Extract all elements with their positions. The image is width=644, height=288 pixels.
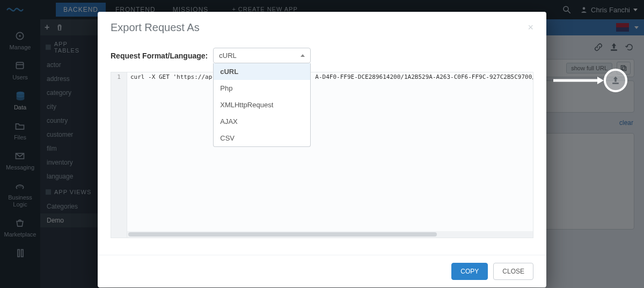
format-dropdown: cURL Php XMLHttpRequest AJAX CSV [213, 63, 311, 147]
modal-title: Export Request As [111, 21, 200, 34]
copy-button[interactable]: COPY [451, 263, 488, 280]
format-select[interactable]: cURL [213, 48, 311, 63]
close-icon[interactable]: × [528, 22, 533, 33]
export-request-modal: Export Request As × Request Format/Langu… [98, 12, 546, 287]
format-label: Request Format/Language: [111, 51, 208, 60]
code-preview[interactable]: 1 curl -X GET 'https://ap A-D4F0-FF9E-DC… [111, 72, 533, 238]
format-option[interactable]: XMLHttpRequest [214, 97, 310, 113]
format-option[interactable]: AJAX [214, 113, 310, 130]
chevron-up-icon [301, 54, 305, 57]
line-number: 1 [111, 72, 127, 80]
horizontal-scrollbar[interactable] [127, 231, 533, 238]
format-option[interactable]: CSV [214, 130, 310, 146]
close-button[interactable]: CLOSE [493, 263, 533, 280]
format-option[interactable]: cURL [214, 63, 310, 80]
format-selected-value: cURL [219, 51, 237, 60]
code-line: curl -X GET 'https://ap A-D4F0-FF9E-DCE2… [130, 73, 533, 80]
format-option[interactable]: Php [214, 80, 310, 97]
